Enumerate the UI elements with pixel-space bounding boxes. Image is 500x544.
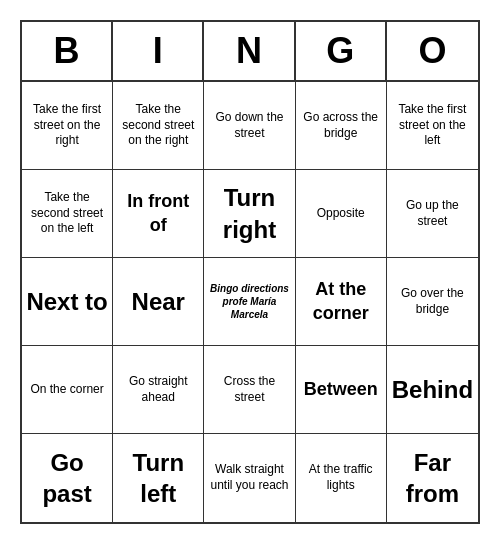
bingo-cell[interactable]: Behind bbox=[387, 346, 478, 434]
bingo-cell[interactable]: Take the first street on the right bbox=[22, 82, 113, 170]
cell-text: At the corner bbox=[300, 278, 382, 325]
cell-text: In front of bbox=[117, 190, 199, 237]
bingo-cell[interactable]: Next to bbox=[22, 258, 113, 346]
cell-text: Go up the street bbox=[391, 198, 474, 229]
bingo-cell[interactable]: Walk straight until you reach bbox=[204, 434, 295, 522]
cell-text: Go over the bridge bbox=[391, 286, 474, 317]
cell-text: Take the second street on the left bbox=[26, 190, 108, 237]
cell-text: Go across the bridge bbox=[300, 110, 382, 141]
bingo-cell[interactable]: In front of bbox=[113, 170, 204, 258]
bingo-cell[interactable]: Far from bbox=[387, 434, 478, 522]
bingo-cell[interactable]: Go down the street bbox=[204, 82, 295, 170]
bingo-cell[interactable]: Go up the street bbox=[387, 170, 478, 258]
bingo-cell[interactable]: Take the first street on the left bbox=[387, 82, 478, 170]
bingo-cell[interactable]: Cross the street bbox=[204, 346, 295, 434]
cell-text: Opposite bbox=[317, 206, 365, 222]
bingo-cell[interactable]: Go over the bridge bbox=[387, 258, 478, 346]
cell-text: Take the first street on the right bbox=[26, 102, 108, 149]
bingo-cell[interactable]: Opposite bbox=[296, 170, 387, 258]
header-letter: B bbox=[22, 22, 113, 80]
bingo-card: BINGO Take the first street on the right… bbox=[20, 20, 480, 524]
bingo-header: BINGO bbox=[22, 22, 478, 82]
cell-text: Take the second street on the right bbox=[117, 102, 199, 149]
bingo-cell[interactable]: Turn right bbox=[204, 170, 295, 258]
header-letter: O bbox=[387, 22, 478, 80]
cell-text: Behind bbox=[392, 374, 473, 405]
cell-text: At the traffic lights bbox=[300, 462, 382, 493]
bingo-cell[interactable]: Take the second street on the right bbox=[113, 82, 204, 170]
bingo-cell[interactable]: Go straight ahead bbox=[113, 346, 204, 434]
cell-text: Turn right bbox=[208, 182, 290, 244]
cell-text: Cross the street bbox=[208, 374, 290, 405]
cell-text: On the corner bbox=[30, 382, 103, 398]
cell-text: Far from bbox=[391, 447, 474, 509]
bingo-cell[interactable]: Go past bbox=[22, 434, 113, 522]
cell-text: Walk straight until you reach bbox=[208, 462, 290, 493]
bingo-cell[interactable]: Between bbox=[296, 346, 387, 434]
bingo-cell[interactable]: Take the second street on the left bbox=[22, 170, 113, 258]
bingo-cell[interactable]: At the traffic lights bbox=[296, 434, 387, 522]
bingo-cell[interactable]: Near bbox=[113, 258, 204, 346]
bingo-cell[interactable]: Turn left bbox=[113, 434, 204, 522]
bingo-cell[interactable]: At the corner bbox=[296, 258, 387, 346]
bingo-cell[interactable]: Go across the bridge bbox=[296, 82, 387, 170]
header-letter: G bbox=[296, 22, 387, 80]
cell-text: Turn left bbox=[117, 447, 199, 509]
cell-text: Take the first street on the left bbox=[391, 102, 474, 149]
cell-text: Between bbox=[304, 378, 378, 401]
cell-text: Next to bbox=[26, 286, 107, 317]
bingo-grid: Take the first street on the rightTake t… bbox=[22, 82, 478, 522]
bingo-cell[interactable]: On the corner bbox=[22, 346, 113, 434]
cell-text: Bingo directions profe María Marcela bbox=[208, 282, 290, 321]
header-letter: I bbox=[113, 22, 204, 80]
cell-text: Go straight ahead bbox=[117, 374, 199, 405]
header-letter: N bbox=[204, 22, 295, 80]
cell-text: Go past bbox=[26, 447, 108, 509]
cell-text: Near bbox=[132, 286, 185, 317]
bingo-cell[interactable]: Bingo directions profe María Marcela bbox=[204, 258, 295, 346]
cell-text: Go down the street bbox=[208, 110, 290, 141]
